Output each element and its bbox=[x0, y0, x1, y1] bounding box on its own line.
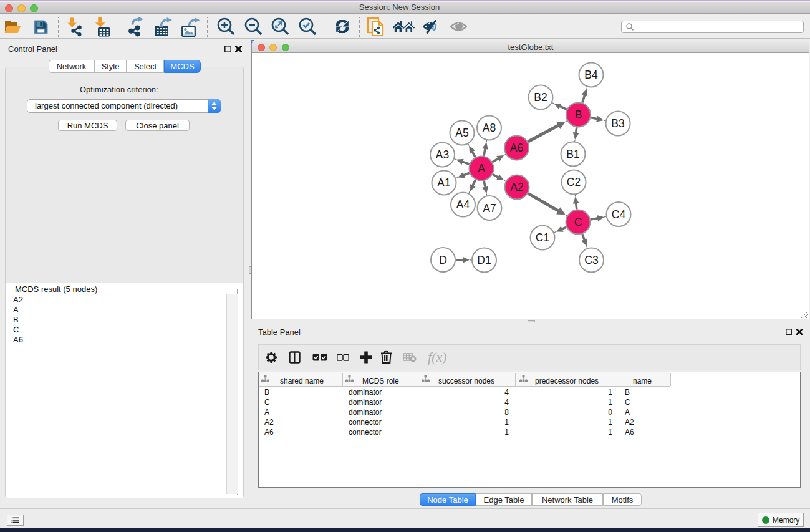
svg-text:A6: A6 bbox=[510, 142, 523, 154]
svg-text:A: A bbox=[478, 162, 485, 175]
svg-text:D1: D1 bbox=[477, 254, 491, 266]
svg-text:A1: A1 bbox=[437, 177, 450, 189]
svg-text:C4: C4 bbox=[612, 208, 626, 221]
svg-text:A2: A2 bbox=[510, 181, 523, 193]
svg-text:C: C bbox=[574, 216, 582, 228]
svg-text:A8: A8 bbox=[483, 122, 496, 134]
svg-text:C1: C1 bbox=[536, 231, 549, 244]
svg-text:A5: A5 bbox=[455, 127, 468, 139]
svg-text:B1: B1 bbox=[566, 148, 579, 160]
svg-text:A7: A7 bbox=[483, 202, 496, 215]
svg-text:B3: B3 bbox=[611, 117, 624, 130]
svg-text:A4: A4 bbox=[456, 198, 470, 211]
svg-text:B: B bbox=[575, 109, 582, 121]
svg-text:C2: C2 bbox=[567, 176, 581, 188]
svg-text:B4: B4 bbox=[584, 69, 598, 81]
svg-text:C3: C3 bbox=[584, 254, 598, 266]
svg-text:B2: B2 bbox=[534, 91, 547, 104]
svg-text:A3: A3 bbox=[436, 148, 449, 161]
svg-text:D: D bbox=[439, 254, 447, 266]
